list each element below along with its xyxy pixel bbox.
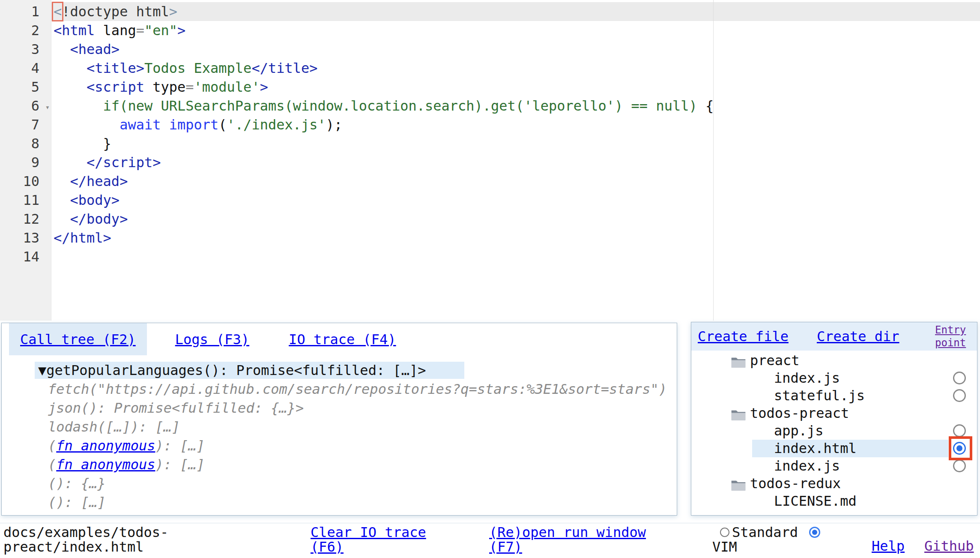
code-line-14[interactable]: 14 bbox=[0, 247, 980, 266]
call-tree-row[interactable]: lodash([…]): […] bbox=[2, 417, 677, 436]
code-line-8[interactable]: 8 } bbox=[0, 134, 980, 153]
code-line-5[interactable]: 5 <script type='module'> bbox=[0, 78, 980, 96]
line-number: 11 bbox=[0, 191, 51, 210]
editor-lines[interactable]: 1<!doctype html>2<html lang="en">3 <head… bbox=[0, 2, 980, 266]
vim-mode-label[interactable]: VIM bbox=[712, 539, 737, 555]
fold-arrow-icon[interactable]: ▾ bbox=[45, 98, 50, 117]
file-name: todos-redux bbox=[691, 475, 841, 492]
line-number: 7 bbox=[0, 115, 51, 134]
file-row-index.html[interactable]: index.html bbox=[691, 440, 977, 457]
call-tree-row[interactable]: json(): Promise<fulfilled: {…}> bbox=[2, 399, 677, 417]
keybindings-switch: Standard VIM bbox=[712, 525, 849, 554]
call-label: fetch("https://api.github.com/search/rep… bbox=[48, 381, 667, 397]
file-name: index.js bbox=[691, 370, 840, 386]
create-file-link[interactable]: Create file bbox=[698, 328, 789, 345]
line-number: 13 bbox=[0, 228, 51, 247]
line-number: 3 bbox=[0, 40, 51, 59]
github-link[interactable]: Github bbox=[924, 538, 974, 554]
help-link[interactable]: Help bbox=[872, 538, 905, 554]
code-line-12[interactable]: 12 </body> bbox=[0, 210, 980, 228]
fn-anonymous-link[interactable]: fn anonymous bbox=[56, 513, 155, 516]
line-number: 6▾ bbox=[0, 96, 51, 115]
line-number: 9 bbox=[0, 153, 51, 172]
status-bar: docs/examples/todos-preact/index.html Cl… bbox=[0, 523, 980, 558]
code-text: </script> bbox=[51, 153, 161, 172]
tab-label: IO trace (F4) bbox=[289, 331, 396, 348]
current-file-path: docs/examples/todos-preact/index.html bbox=[3, 525, 173, 554]
code-text: await import('./index.js'); bbox=[51, 115, 342, 134]
code-line-3[interactable]: 3 <head> bbox=[0, 40, 980, 59]
folder-row-todos-redux[interactable]: todos-redux bbox=[691, 475, 977, 492]
file-row-app.js[interactable]: app.js bbox=[691, 422, 977, 440]
code-text: <head> bbox=[51, 40, 120, 59]
standard-mode-label[interactable]: Standard bbox=[732, 525, 798, 540]
call-label: ( bbox=[48, 456, 56, 473]
folder-row-preact[interactable]: preact bbox=[691, 352, 977, 369]
call-label: getPopularLanguages(): Promise<fulfilled… bbox=[46, 362, 426, 378]
entry-point-radio[interactable] bbox=[953, 424, 966, 437]
code-text: </html> bbox=[51, 228, 111, 247]
file-name: app.js bbox=[691, 423, 824, 439]
tab-label: Logs (F3) bbox=[175, 331, 249, 348]
code-text: <body> bbox=[51, 191, 120, 210]
entry-point-radio[interactable] bbox=[953, 389, 966, 402]
file-name: preact bbox=[691, 352, 800, 369]
code-line-6[interactable]: 6▾ if(new URLSearchParams(window.locatio… bbox=[0, 96, 980, 115]
file-row-LICENSE.md[interactable]: LICENSE.md bbox=[691, 492, 977, 510]
code-line-4[interactable]: 4 <title>Todos Example</title> bbox=[0, 59, 980, 78]
call-tree-row[interactable]: (fn anonymous): […] bbox=[2, 512, 677, 516]
code-text: <title>Todos Example</title> bbox=[51, 59, 318, 78]
call-tree-row[interactable]: (fn anonymous): […] bbox=[2, 436, 677, 455]
tab-io-trace[interactable]: IO trace (F4) bbox=[278, 323, 407, 355]
code-line-11[interactable]: 11 <body> bbox=[0, 191, 980, 210]
line-number: 12 bbox=[0, 210, 51, 228]
create-dir-link[interactable]: Create dir bbox=[817, 328, 899, 345]
tab-call-tree[interactable]: Call tree (F2) bbox=[9, 323, 147, 355]
call-tree-panel: Call tree (F2)Logs (F3)IO trace (F4) ▼ge… bbox=[1, 323, 677, 516]
entry-point-link[interactable]: Entry point bbox=[935, 324, 968, 349]
file-tree: preactindex.jsstateful.jstodos-preactapp… bbox=[691, 351, 977, 510]
code-editor[interactable]: 1<!doctype html>2<html lang="en">3 <head… bbox=[0, 0, 980, 321]
line-number: 2 bbox=[0, 21, 51, 40]
call-tree: ▼getPopularLanguages(): Promise<fulfille… bbox=[2, 361, 677, 516]
call-tree-row[interactable]: (fn anonymous): […] bbox=[2, 455, 677, 474]
entry-point-radio[interactable] bbox=[953, 372, 966, 384]
call-tree-row[interactable]: (): […] bbox=[2, 493, 677, 512]
call-label: ( bbox=[48, 513, 56, 516]
clear-io-trace-link[interactable]: Clear IO trace (F6) bbox=[311, 524, 426, 555]
code-line-13[interactable]: 13</html> bbox=[0, 228, 980, 247]
file-name: index.js bbox=[691, 458, 840, 474]
file-name: index.html bbox=[691, 440, 857, 456]
file-name: stateful.js bbox=[691, 387, 865, 404]
call-tree-row[interactable]: ▼getPopularLanguages(): Promise<fulfille… bbox=[2, 361, 677, 380]
code-text: } bbox=[51, 134, 111, 153]
code-text bbox=[51, 247, 54, 266]
entry-point-radio[interactable] bbox=[953, 459, 966, 472]
line-number: 8 bbox=[0, 134, 51, 153]
call-tree-row[interactable]: (): {…} bbox=[2, 474, 677, 493]
code-line-10[interactable]: 10 </head> bbox=[0, 172, 980, 191]
vim-mode-radio[interactable] bbox=[809, 527, 820, 538]
code-text: <!doctype html> bbox=[51, 2, 177, 21]
file-row-index.js[interactable]: index.js bbox=[691, 369, 977, 387]
tab-logs[interactable]: Logs (F3) bbox=[164, 323, 260, 355]
file-row-index.js[interactable]: index.js bbox=[691, 457, 977, 475]
code-text: <script type='module'> bbox=[51, 78, 268, 96]
standard-mode-radio[interactable] bbox=[720, 528, 729, 537]
file-row-stateful.js[interactable]: stateful.js bbox=[691, 387, 977, 405]
fn-anonymous-link[interactable]: fn anonymous bbox=[56, 438, 155, 454]
call-tree-row[interactable]: fetch("https://api.github.com/search/rep… bbox=[2, 380, 677, 399]
code-text: </head> bbox=[51, 172, 128, 191]
code-line-9[interactable]: 9 </script> bbox=[0, 153, 980, 172]
call-label: json(): Promise<fulfilled: {…}> bbox=[48, 400, 304, 416]
code-line-1[interactable]: 1<!doctype html> bbox=[0, 2, 980, 21]
collapse-arrow-icon[interactable]: ▼ bbox=[38, 362, 46, 378]
bracket-marker: < bbox=[54, 3, 62, 20]
code-line-7[interactable]: 7 await import('./index.js'); bbox=[0, 115, 980, 134]
reopen-run-window-link[interactable]: (Re)open run window (F7) bbox=[489, 524, 646, 555]
call-label: ( bbox=[48, 438, 56, 454]
fn-anonymous-link[interactable]: fn anonymous bbox=[56, 456, 155, 473]
code-line-2[interactable]: 2<html lang="en"> bbox=[0, 21, 980, 40]
folder-row-todos-preact[interactable]: todos-preact bbox=[691, 405, 977, 422]
file-name: todos-preact bbox=[691, 405, 849, 421]
